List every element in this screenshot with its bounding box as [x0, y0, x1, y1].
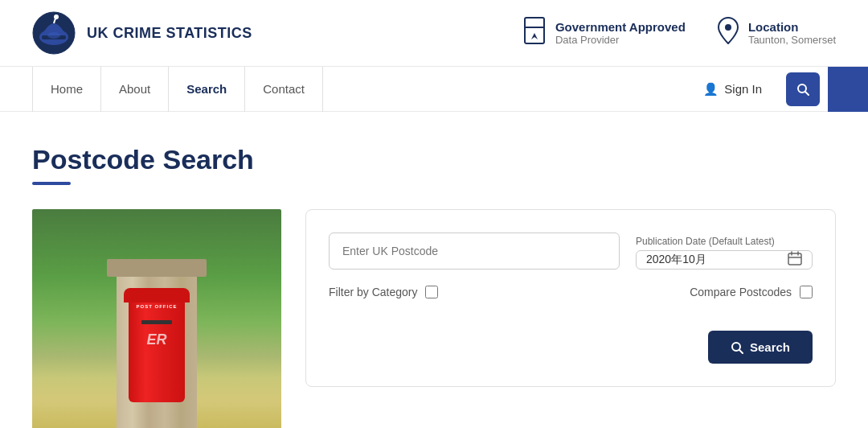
nav-blue-block [828, 67, 868, 112]
date-group: Publication Date (Default Latest) 2020年1… [636, 236, 813, 270]
compare-postcodes-group: Compare Postcodes [690, 286, 813, 298]
logo-area: UK CRIME STATISTICS [32, 11, 252, 55]
stone-cap [107, 259, 207, 277]
logo-title: UK CRIME STATISTICS [87, 25, 252, 42]
svg-point-4 [47, 32, 60, 39]
svg-rect-5 [525, 18, 544, 43]
sign-in-link[interactable]: 👤 Sign In [687, 82, 778, 97]
pub-date-label: Publication Date (Default Latest) [636, 236, 813, 247]
filter-category-label: Filter by Category [329, 286, 417, 298]
compare-postcodes-label: Compare Postcodes [690, 286, 792, 298]
postcode-input[interactable] [329, 233, 620, 270]
stone-pillar: POST OFFICE ER [117, 274, 197, 428]
user-icon: 👤 [703, 82, 719, 97]
date-input[interactable]: 2020年10月 [636, 250, 813, 270]
title-underline [32, 182, 71, 185]
search-icon [796, 83, 809, 96]
nav-search[interactable]: Search [169, 67, 245, 112]
location-icon [718, 17, 739, 50]
search-form-panel: Publication Date (Default Latest) 2020年1… [305, 209, 836, 387]
svg-line-14 [739, 350, 743, 353]
svg-point-6 [725, 24, 731, 31]
form-row-1: Publication Date (Default Latest) 2020年1… [329, 233, 813, 270]
svg-line-8 [805, 92, 809, 95]
svg-point-3 [54, 14, 59, 19]
nav-about[interactable]: About [101, 67, 169, 112]
main-nav: Home About Search Contact 👤 Sign In [0, 67, 868, 112]
post-box-top [124, 288, 190, 302]
bookmark-icon [523, 17, 546, 50]
form-row-2: Filter by Category Compare Postcodes [329, 286, 813, 298]
nav-links: Home About Search Contact [32, 67, 323, 112]
logo-icon [32, 11, 76, 55]
page-title: Postcode Search [32, 144, 836, 175]
content-row: POST OFFICE ER Publication Date (Default… [32, 209, 836, 428]
nav-right: 👤 Sign In [687, 67, 836, 112]
badge-location: Location Taunton, Somerset [718, 17, 836, 50]
btn-row: Search [329, 315, 813, 364]
badge-gov-text: Government Approved Data Provider [555, 20, 686, 46]
post-box-label: POST OFFICE [136, 304, 177, 309]
nav-contact[interactable]: Contact [245, 67, 323, 112]
search-btn-icon [731, 341, 743, 354]
site-header: UK CRIME STATISTICS Government Approved … [0, 0, 868, 67]
filter-category-group: Filter by Category [329, 286, 438, 298]
post-box-slot [141, 320, 172, 324]
badge-location-text: Location Taunton, Somerset [748, 20, 836, 46]
search-button[interactable]: Search [708, 331, 813, 364]
post-box-red: POST OFFICE ER [129, 298, 185, 402]
calendar-icon [788, 251, 802, 269]
badge-government: Government Approved Data Provider [523, 17, 686, 50]
post-box-emblem: ER [146, 331, 166, 348]
filter-category-checkbox[interactable] [425, 286, 438, 298]
nav-home[interactable]: Home [32, 67, 101, 112]
header-badges: Government Approved Data Provider Locati… [523, 17, 836, 50]
compare-postcodes-checkbox[interactable] [800, 286, 813, 298]
post-box-image: POST OFFICE ER [32, 209, 281, 428]
post-box-bg: POST OFFICE ER [32, 209, 281, 428]
main-content: Postcode Search POST OFFICE ER [0, 112, 868, 428]
svg-rect-9 [788, 253, 801, 265]
nav-search-button[interactable] [786, 72, 820, 106]
